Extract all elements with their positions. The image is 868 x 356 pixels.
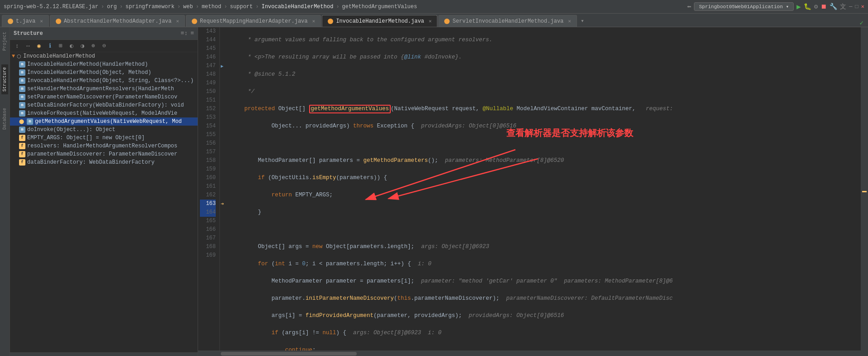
maximize-icon[interactable]: □ — [855, 4, 858, 10]
ln-164: 164 — [200, 208, 216, 217]
horizontal-scrollbar[interactable] — [198, 351, 861, 356]
gutter-161 — [220, 182, 229, 191]
tab-close-requestmapping[interactable]: ✕ — [312, 18, 315, 24]
filter-icon[interactable]: ⊞ — [56, 41, 65, 50]
sidebar-item-emptyargs[interactable]: f EMPTY_ARGS: Object[] = new Object[0] — [10, 134, 198, 142]
gutter-167 — [220, 234, 229, 243]
sort-icon2[interactable]: ↔ — [24, 41, 33, 50]
code-line-156: for (int i = 0; i < parameters.length; i… — [231, 260, 859, 268]
gutter-148 — [220, 70, 229, 79]
sidebar-item-getmethodargumentvalues[interactable]: ⬤ m getMethodArgumentValues(NativeWebReq… — [10, 117, 198, 126]
ln-168: 168 — [200, 243, 216, 251]
ln-157: 157 — [200, 148, 216, 156]
breadcrumb-method-name[interactable]: getMethodArgumentValues — [342, 4, 417, 10]
sidebar-item-parametername[interactable]: f parameterNameDiscoverer: ParameterName… — [10, 150, 198, 158]
tab-close-abstract[interactable]: ✕ — [176, 18, 179, 24]
run-config-dropdown[interactable]: Springboot05Web01Application ▾ — [694, 2, 794, 11]
visibility-icon1[interactable]: ◐ — [67, 41, 76, 50]
sort-icon1[interactable]: ↕ — [13, 41, 22, 50]
right-gutter-upper — [861, 27, 868, 190]
stop-button[interactable]: ⏹ — [820, 3, 827, 10]
sort-visibility-icon[interactable]: ≡ — [190, 30, 194, 37]
sidebar-item-constructor1[interactable]: m InvocableHandlerMethod(HandlerMethod) — [10, 60, 198, 68]
breadcrumb-org[interactable]: org — [107, 4, 117, 10]
tab-icon-requestmapping — [192, 19, 197, 24]
breadcrumb-method[interactable]: method — [202, 4, 221, 10]
ln-149: 149 — [200, 79, 216, 88]
sidebar-scrollbar[interactable] — [10, 352, 198, 356]
database-tab[interactable]: Database — [1, 105, 8, 132]
tab-abstract-handler[interactable]: AbstractHandlerMethodAdapter.java ✕ — [50, 15, 185, 27]
gutter-157 — [220, 148, 229, 156]
gutter-151 — [220, 96, 229, 105]
ln-152: 152 — [200, 105, 216, 113]
ln-169: 169 — [200, 251, 216, 260]
tab-close-servlet[interactable]: ✕ — [568, 18, 571, 24]
sort-alpha-icon[interactable]: ≡↕ — [181, 30, 188, 37]
tabs-overflow[interactable]: ▾ — [578, 15, 587, 27]
sidebar-item-invokeforrequest[interactable]: m invokeForRequest(NativeWebRequest, Mod… — [10, 109, 198, 117]
sidebar-item-setparam[interactable]: m setParameterNameDiscoverer(ParameterNa… — [10, 93, 198, 101]
scrollbar-thumb[interactable] — [221, 352, 357, 356]
tab-close-t[interactable]: ✕ — [40, 18, 43, 24]
ln-150: 150 — [200, 88, 216, 96]
gutter-146 — [220, 53, 229, 62]
sidebar-item-sethandler[interactable]: m setHandlerMethodArgumentResolvers(Hand… — [10, 85, 198, 93]
breadcrumb-web[interactable]: web — [183, 4, 193, 10]
minimize-icon[interactable]: — — [849, 4, 852, 10]
more-actions-icon[interactable]: ⚙ — [814, 3, 818, 10]
view-icon[interactable]: ◉ — [34, 41, 44, 50]
breadcrumb-bar: spring-web-5.2.12.RELEASE.jar › org › sp… — [0, 0, 868, 14]
method-icon-m9: m — [19, 127, 25, 133]
sidebar-item-databinderfactory[interactable]: f dataBinderFactory: WebDataBinderFactor… — [10, 158, 198, 166]
tab-t-java[interactable]: t.java ✕ — [2, 15, 49, 27]
breadcrumb-class[interactable]: InvocableHandlerMethod — [262, 4, 333, 10]
sidebar-item-doinvoke[interactable]: m doInvoke(Object...): Object — [10, 126, 198, 134]
run-button[interactable]: ▶ — [796, 2, 801, 11]
debug-button[interactable]: 🐛 — [804, 3, 811, 10]
expand-icon[interactable]: ⊕ — [89, 41, 98, 50]
code-text[interactable]: * argument values and falling back to th… — [229, 27, 861, 351]
sidebar-item-setdatabinder[interactable]: m setDataBinderFactory(WebDataBinderFact… — [10, 101, 198, 109]
line-numbers: 143 144 145 146 147 148 149 150 151 152 … — [198, 27, 220, 351]
sidebar-item-label-m4: setHandlerMethodArgumentResolvers(Handle… — [27, 86, 174, 92]
tab-requestmapping[interactable]: RequestMappingHandlerAdapter.java ✕ — [186, 15, 321, 27]
sidebar-item-constructor3[interactable]: m InvocableHandlerMethod(Object, String,… — [10, 77, 198, 85]
current-line-icon: ➔ — [221, 200, 224, 207]
info-icon[interactable]: ℹ — [45, 41, 54, 50]
method-icon-m1: m — [19, 61, 25, 68]
code-container[interactable]: 143 144 145 146 147 148 149 150 151 152 … — [198, 27, 861, 351]
tab-close-invocable[interactable]: ✕ — [429, 18, 432, 24]
structure-tab[interactable]: Structure — [1, 64, 8, 94]
ln-162: 162 — [200, 191, 216, 200]
project-tab[interactable]: Project — [1, 29, 8, 54]
tab-servlet-invocable[interactable]: ServletInvocableHandlerMethod.java ✕ — [438, 15, 577, 27]
breadcrumb-support[interactable]: support — [230, 4, 252, 10]
field-icon-f1: f — [19, 135, 25, 141]
gutter-154 — [220, 122, 229, 131]
exec-arrow-icon: ▶ — [221, 63, 223, 69]
code-line-148: Object... providedArgs) throws Exception… — [231, 122, 859, 131]
structure-header: Structure ≡↕ ≡ — [10, 27, 198, 40]
navigate-back-icon[interactable]: ⬅ — [687, 2, 692, 11]
tab-invocable[interactable]: InvocableHandlerMethod.java ✕ — [322, 15, 437, 27]
field-icon-f4: f — [19, 159, 25, 166]
visibility-icon2[interactable]: ◑ — [78, 41, 87, 50]
ln-158: 158 — [200, 156, 216, 165]
gutter-152 — [220, 105, 229, 113]
collapse-icon[interactable]: ⊖ — [100, 41, 109, 50]
tree-root-item[interactable]: ▼ ⬡ InvocableHandlerMethod — [10, 52, 198, 60]
method-icon-m6: m — [19, 102, 25, 108]
settings-icon[interactable]: 🔧 — [829, 3, 837, 10]
sidebar-item-constructor2[interactable]: m InvocableHandlerMethod(Object, Method) — [10, 68, 198, 77]
ln-151: 151 — [200, 96, 216, 105]
close-icon[interactable]: ✕ — [861, 3, 864, 10]
breadcrumb-jar[interactable]: spring-web-5.2.12.RELEASE.jar — [4, 4, 98, 10]
field-icon-f2: f — [19, 143, 25, 149]
ln-147: 147 — [200, 62, 216, 70]
breadcrumb-springframework[interactable]: springframework — [126, 4, 175, 10]
tab-icon-t — [8, 19, 13, 24]
main-layout: Project Structure Database Structure ≡↕ … — [0, 27, 868, 356]
sidebar-item-resolvers[interactable]: f resolvers: HandlerMethodArgumentResolv… — [10, 142, 198, 150]
translate-icon[interactable]: 文 — [840, 3, 846, 11]
